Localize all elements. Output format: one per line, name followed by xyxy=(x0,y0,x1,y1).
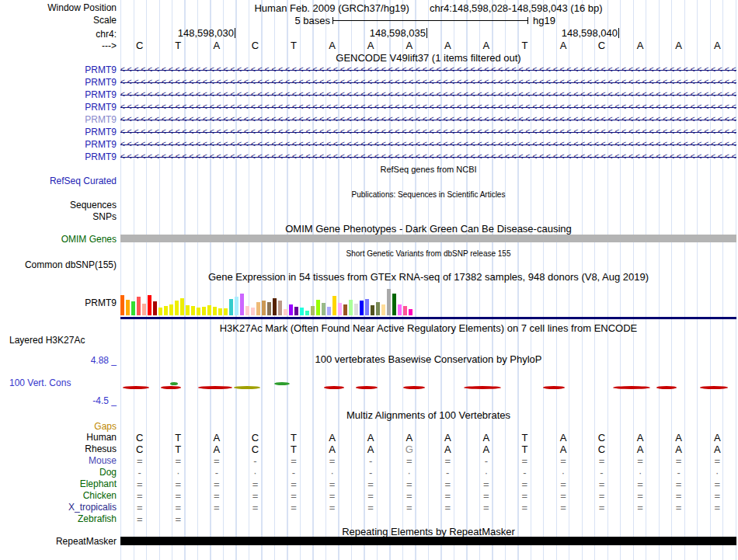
gtex-tissue-bar[interactable] xyxy=(262,301,266,315)
conservation-mark[interactable] xyxy=(403,386,425,389)
gtex-tissue-bar[interactable] xyxy=(126,300,130,315)
gtex-tissue-bar[interactable] xyxy=(354,304,358,315)
gtex-tissue-bar[interactable] xyxy=(300,308,304,315)
ruler-tick[interactable]: 148,598,040 xyxy=(479,28,619,38)
omim-genes-label[interactable]: OMIM Genes xyxy=(0,234,117,245)
gtex-tissue-bar[interactable] xyxy=(294,307,298,315)
omim-gene-bar[interactable] xyxy=(120,235,736,242)
conservation-mark[interactable] xyxy=(234,386,260,389)
gencode-transcript-line[interactable]: <<<<<<<<<<<<<<<<<<<<<<<<<<<<<<<<<<<<<<<<… xyxy=(120,113,736,126)
gtex-tissue-bar[interactable] xyxy=(142,304,146,315)
sequences-label[interactable]: Sequences xyxy=(0,200,117,210)
gtex-tissue-bar[interactable] xyxy=(322,303,325,315)
species-label-rhesus[interactable]: Rhesus xyxy=(0,443,117,455)
gtex-tissue-bar[interactable] xyxy=(153,301,157,315)
conservation-mark[interactable] xyxy=(123,386,149,389)
gencode-transcript-label[interactable]: PRMT9 xyxy=(0,101,117,113)
gtex-tissue-bar[interactable] xyxy=(409,309,413,315)
gtex-tissue-bar[interactable] xyxy=(131,301,135,315)
gencode-transcript-label[interactable]: PRMT9 xyxy=(0,89,117,101)
gtex-tissue-bar[interactable] xyxy=(256,302,260,315)
gtex-tissue-bar[interactable] xyxy=(343,304,347,315)
gtex-expression-chart[interactable] xyxy=(120,286,736,315)
gencode-transcript-label[interactable]: PRMT9 xyxy=(0,76,117,89)
gtex-tissue-bar[interactable] xyxy=(213,307,217,315)
conservation-mark[interactable] xyxy=(356,386,378,389)
gtex-tissue-bar[interactable] xyxy=(376,302,380,315)
gtex-tissue-bar[interactable] xyxy=(191,306,195,315)
species-label-human[interactable]: Human xyxy=(0,432,117,443)
gtex-tissue-bar[interactable] xyxy=(207,305,211,315)
species-label-chicken[interactable]: Chicken xyxy=(0,490,117,502)
layered-h3k27ac-label[interactable]: Layered H3K27Ac xyxy=(9,335,118,346)
species-label-x_tropicalis[interactable]: X_tropicalis xyxy=(0,502,117,513)
gtex-tissue-bar[interactable] xyxy=(305,311,309,315)
conservation-mark[interactable] xyxy=(324,386,344,389)
gtex-tissue-bar[interactable] xyxy=(120,295,124,315)
species-label-elephant[interactable]: Elephant xyxy=(0,478,117,490)
gencode-transcript-label[interactable]: PRMT9 xyxy=(0,151,117,163)
conservation-mark[interactable] xyxy=(170,382,178,385)
gencode-transcript-line[interactable]: <<<<<<<<<<<<<<<<<<<<<<<<<<<<<<<<<<<<<<<<… xyxy=(120,89,736,101)
conservation-mark[interactable] xyxy=(543,386,565,389)
gtex-tissue-bar[interactable] xyxy=(327,307,331,315)
ruler-tick[interactable]: 148,598,035 xyxy=(287,28,427,38)
gtex-tissue-bar[interactable] xyxy=(175,301,179,315)
conservation-mark[interactable] xyxy=(700,386,728,389)
gtex-tissue-bar[interactable] xyxy=(186,305,190,315)
gtex-tissue-bar[interactable] xyxy=(403,306,407,315)
gtex-tissue-bar[interactable] xyxy=(235,297,238,315)
gencode-transcript-line[interactable]: <<<<<<<<<<<<<<<<<<<<<<<<<<<<<<<<<<<<<<<<… xyxy=(120,151,736,163)
gencode-transcript-label[interactable]: PRMT9 xyxy=(0,126,117,138)
repeatmasker-label[interactable]: RepeatMasker xyxy=(0,536,117,547)
gtex-tissue-bar[interactable] xyxy=(387,289,391,315)
gtex-tissue-bar[interactable] xyxy=(392,294,396,315)
gtex-tissue-bar[interactable] xyxy=(148,295,151,315)
gtex-tissue-bar[interactable] xyxy=(332,296,336,315)
gencode-transcript-label[interactable]: PRMT9 xyxy=(0,113,117,126)
gencode-transcript-line[interactable]: <<<<<<<<<<<<<<<<<<<<<<<<<<<<<<<<<<<<<<<<… xyxy=(120,126,736,138)
gtex-tissue-bar[interactable] xyxy=(169,304,173,315)
gtex-tissue-bar[interactable] xyxy=(158,308,162,315)
gencode-transcript-label[interactable]: PRMT9 xyxy=(0,138,117,151)
gtex-tissue-bar[interactable] xyxy=(398,304,402,315)
conservation-mark[interactable] xyxy=(198,386,232,389)
gtex-tissue-bar[interactable] xyxy=(311,306,315,315)
ruler-tick[interactable]: 148,598,030 xyxy=(96,28,235,38)
gencode-transcript-line[interactable]: <<<<<<<<<<<<<<<<<<<<<<<<<<<<<<<<<<<<<<<<… xyxy=(120,138,736,151)
conservation-mark[interactable] xyxy=(464,386,501,389)
gtex-tissue-bar[interactable] xyxy=(164,306,168,315)
gtex-tissue-bar[interactable] xyxy=(338,303,342,315)
gencode-transcript-line[interactable]: <<<<<<<<<<<<<<<<<<<<<<<<<<<<<<<<<<<<<<<<… xyxy=(120,64,736,76)
species-label-mouse[interactable]: Mouse xyxy=(0,455,117,467)
gtex-tissue-bar[interactable] xyxy=(180,298,184,315)
species-label-dog[interactable]: Dog xyxy=(0,467,117,478)
conservation-track-label[interactable]: 100 Vert. Cons xyxy=(9,377,118,388)
gtex-gene-label[interactable]: PRMT9 xyxy=(0,297,117,308)
gencode-transcript-label[interactable]: PRMT9 xyxy=(0,64,117,76)
conservation-mark[interactable] xyxy=(274,382,290,385)
gtex-tissue-bar[interactable] xyxy=(365,299,369,315)
snps-label[interactable]: SNPs xyxy=(0,211,117,222)
conservation-mark[interactable] xyxy=(613,386,650,389)
gtex-tissue-bar[interactable] xyxy=(360,301,364,315)
gtex-tissue-bar[interactable] xyxy=(197,308,200,315)
gtex-tissue-bar[interactable] xyxy=(371,305,374,315)
gtex-tissue-bar[interactable] xyxy=(289,304,293,315)
common-dbsnp-label[interactable]: Common dbSNP(155) xyxy=(0,259,117,270)
repeatmasker-bar[interactable] xyxy=(120,537,736,545)
gtex-tissue-bar[interactable] xyxy=(245,306,249,315)
gtex-tissue-bar[interactable] xyxy=(218,308,222,315)
gtex-tissue-bar[interactable] xyxy=(316,300,320,315)
refseq-curated-label[interactable]: RefSeq Curated xyxy=(0,176,117,186)
gtex-tissue-bar[interactable] xyxy=(273,298,277,315)
gtex-tissue-bar[interactable] xyxy=(251,308,255,315)
species-label-zebrafish[interactable]: Zebrafish xyxy=(0,513,117,525)
gaps-label[interactable]: Gaps xyxy=(0,421,117,432)
gtex-tissue-bar[interactable] xyxy=(229,299,233,315)
conservation-mark[interactable] xyxy=(161,386,181,389)
gtex-tissue-bar[interactable] xyxy=(349,300,353,315)
gtex-tissue-bar[interactable] xyxy=(240,294,244,315)
conservation-mark[interactable] xyxy=(656,386,677,389)
gtex-tissue-bar[interactable] xyxy=(267,302,271,315)
